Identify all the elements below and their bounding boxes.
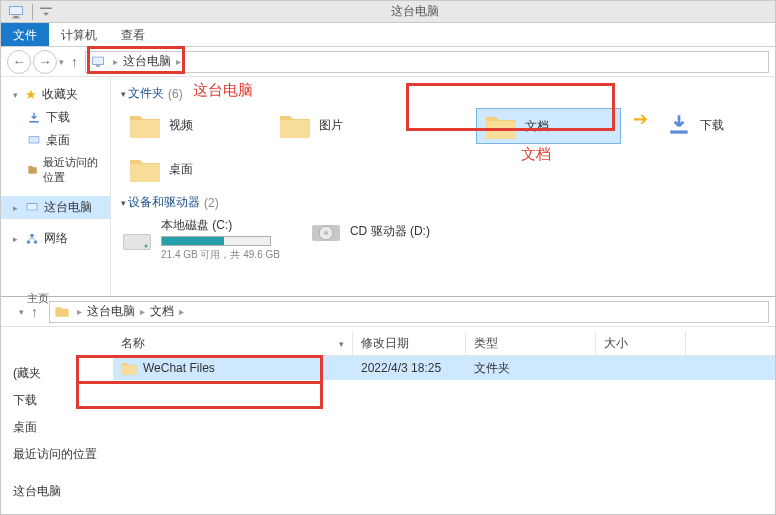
tile-desktop[interactable]: 桌面 <box>121 152 241 186</box>
tile-downloads[interactable]: 下载 <box>658 108 758 142</box>
folder-icon <box>279 112 311 138</box>
title-sep <box>32 4 33 20</box>
cd-icon <box>310 217 342 245</box>
column-headers: 名称 ▾ 修改日期 类型 大小 <box>113 332 775 356</box>
sidebar2-fav[interactable]: (藏夹 <box>1 360 113 387</box>
sidebar-item-label: 这台电脑 <box>44 199 92 216</box>
drive-d[interactable]: CD 驱动器 (D:) <box>310 217 430 245</box>
tile-label: 视频 <box>169 117 193 134</box>
col-type[interactable]: 类型 <box>466 331 596 356</box>
sidebar2-thispc[interactable]: 这台电脑 <box>1 478 113 505</box>
breadcrumb-seg-0[interactable]: 这台电脑 <box>121 53 173 70</box>
svg-rect-1 <box>10 6 22 14</box>
svg-rect-4 <box>40 7 52 9</box>
sidebar2-recent[interactable]: 最近访问的位置 <box>1 441 113 468</box>
sidebar-thispc[interactable]: ▸ 这台电脑 <box>1 196 110 219</box>
svg-rect-18 <box>670 130 687 133</box>
ribbon: 文件 计算机 查看 <box>1 23 775 47</box>
chevron-down-icon: ▾ <box>13 90 18 100</box>
svg-rect-8 <box>29 120 38 122</box>
tile-documents[interactable]: 文档 <box>476 108 621 144</box>
sort-dropdown-icon[interactable]: ▾ <box>339 339 344 349</box>
desktop-icon <box>27 134 41 148</box>
svg-point-17 <box>34 240 38 244</box>
breadcrumb-seg-1[interactable]: 文档 <box>148 303 176 320</box>
network-icon <box>25 232 39 246</box>
sidebar2-desktop[interactable]: 桌面 <box>1 414 113 441</box>
nav-row: ← → ▾ ↑ ▸ 这台电脑 ▸ <box>1 47 775 77</box>
sidebar-item-label: 下载 <box>46 109 70 126</box>
svg-rect-10 <box>29 136 38 142</box>
chevron-right-icon[interactable]: ▸ <box>140 306 145 317</box>
cell-type: 文件夹 <box>466 360 596 377</box>
chevron-right-icon[interactable]: ▸ <box>176 56 181 67</box>
download-icon <box>666 112 692 138</box>
sidebar-desktop[interactable]: 桌面 <box>1 129 110 152</box>
folder-icon <box>121 361 137 375</box>
chevron-right-icon[interactable]: ▸ <box>113 56 118 67</box>
group-count: (2) <box>204 196 219 210</box>
col-label: 名称 <box>121 335 145 352</box>
group-label: 文件夹 <box>128 85 164 102</box>
up-button[interactable]: ↑ <box>31 304 38 320</box>
chevron-right-icon[interactable]: ▸ <box>77 306 82 317</box>
sidebar-recent[interactable]: 最近访问的位置 <box>1 152 110 188</box>
ribbon-tab-file[interactable]: 文件 <box>1 23 49 46</box>
list-row[interactable]: WeChat Files 2022/4/3 18:25 文件夹 <box>113 356 775 380</box>
drive-label: 本地磁盘 (C:) <box>161 217 280 234</box>
chevron-right-icon: ▸ <box>13 203 18 213</box>
col-size[interactable]: 大小 <box>596 331 686 356</box>
file-list: WeChat Files 2022/4/3 18:25 文件夹 <box>113 356 775 515</box>
sidebar-downloads[interactable]: 下载 <box>1 106 110 129</box>
breadcrumb-seg-0[interactable]: 这台电脑 <box>85 303 137 320</box>
nav-row-2: ▾ ↑ ▸ 这台电脑 ▸ 文档 ▸ <box>1 297 775 327</box>
pc-icon <box>25 201 39 215</box>
col-name[interactable]: 名称 ▾ <box>113 331 353 356</box>
sidebar-favorites[interactable]: ▾ ★ 收藏夹 <box>1 83 110 106</box>
download-icon <box>27 111 41 125</box>
history-dropdown-icon[interactable]: ▾ <box>19 307 24 317</box>
sidebar: ▾ ★ 收藏夹 下载 桌面 最近访问的位置 ▸ <box>1 77 111 295</box>
folder-icon <box>129 112 161 138</box>
dropdown-icon[interactable] <box>37 3 55 21</box>
tile-label: 桌面 <box>169 161 193 178</box>
drive-c[interactable]: 本地磁盘 (C:) 21.4 GB 可用，共 49.6 GB <box>121 217 280 262</box>
address-bar-2[interactable]: ▸ 这台电脑 ▸ 文档 ▸ <box>49 301 769 323</box>
tile-label: 下载 <box>700 117 724 134</box>
drive-sub: 21.4 GB 可用，共 49.6 GB <box>161 248 280 262</box>
ribbon-tab-computer[interactable]: 计算机 <box>49 23 109 46</box>
pc-icon <box>7 3 25 21</box>
chevron-right-icon[interactable]: ▸ <box>179 306 184 317</box>
back-button[interactable]: ← <box>7 50 31 74</box>
sidebar2-downloads[interactable]: 下载 <box>1 387 113 414</box>
tile-label: 文档 <box>525 118 549 135</box>
folder-icon <box>54 304 70 320</box>
sidebar-item-label: 收藏夹 <box>42 86 78 103</box>
address-bar[interactable]: ▸ 这台电脑 ▸ <box>85 51 769 73</box>
svg-rect-12 <box>28 166 32 168</box>
col-label: 类型 <box>474 335 498 352</box>
folder-icon <box>129 156 161 182</box>
arrow-right-icon: ➔ <box>633 108 648 130</box>
group-count: (6) <box>168 87 183 101</box>
content-area: ▾ 文件夹 (6) 视频 图片 文档 <box>111 77 775 295</box>
svg-rect-14 <box>27 203 36 209</box>
chevron-down-icon: ▾ <box>121 89 126 99</box>
titlebar: 这台电脑 <box>1 1 775 23</box>
tile-pictures[interactable]: 图片 <box>271 108 391 142</box>
history-dropdown-icon[interactable]: ▾ <box>59 57 64 67</box>
up-button[interactable]: ↑ <box>71 54 78 70</box>
col-label: 修改日期 <box>361 335 409 352</box>
svg-rect-2 <box>14 15 19 17</box>
col-date[interactable]: 修改日期 <box>353 331 466 356</box>
group-folders[interactable]: ▾ 文件夹 (6) <box>121 85 765 102</box>
hdd-icon <box>121 226 153 254</box>
pc-icon <box>90 54 106 70</box>
tile-videos[interactable]: 视频 <box>121 108 241 142</box>
col-label: 大小 <box>604 335 628 352</box>
ribbon-tab-view[interactable]: 查看 <box>109 23 157 46</box>
svg-point-15 <box>30 233 34 237</box>
sidebar-network[interactable]: ▸ 网络 <box>1 227 110 250</box>
group-drives[interactable]: ▾ 设备和驱动器 (2) <box>121 194 765 211</box>
forward-button[interactable]: → <box>33 50 57 74</box>
